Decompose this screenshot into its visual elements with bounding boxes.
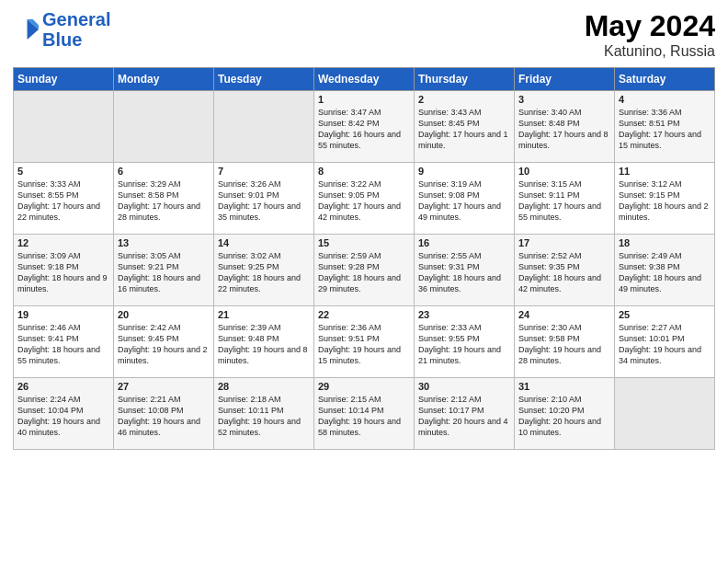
day-detail: Sunrise: 2:10 AMSunset: 10:20 PMDaylight… [518,394,610,439]
day-detail: Sunrise: 2:21 AMSunset: 10:08 PMDaylight… [118,394,210,439]
day-cell: 29Sunrise: 2:15 AMSunset: 10:14 PMDaylig… [314,378,415,450]
day-cell: 15Sunrise: 2:59 AMSunset: 9:28 PMDayligh… [314,235,415,306]
day-cell: 10Sunrise: 3:15 AMSunset: 9:11 PMDayligh… [515,163,615,235]
day-cell: 12Sunrise: 3:09 AMSunset: 9:18 PMDayligh… [14,235,114,306]
day-cell: 4Sunrise: 3:36 AMSunset: 8:51 PMDaylight… [615,91,715,163]
day-number: 16 [418,237,510,248]
day-cell: 3Sunrise: 3:40 AMSunset: 8:48 PMDaylight… [515,91,615,163]
day-number: 1 [318,94,410,105]
week-row-3: 12Sunrise: 3:09 AMSunset: 9:18 PMDayligh… [14,235,715,306]
col-tuesday: Tuesday [214,68,314,91]
day-detail: Sunrise: 2:27 AMSunset: 10:01 PMDaylight… [619,322,711,367]
day-cell: 7Sunrise: 3:26 AMSunset: 9:01 PMDaylight… [214,163,314,235]
day-detail: Sunrise: 3:26 AMSunset: 9:01 PMDaylight:… [218,178,310,224]
day-detail: Sunrise: 3:43 AMSunset: 8:45 PMDaylight:… [418,107,510,152]
day-number: 24 [518,309,610,320]
day-cell [114,91,214,163]
day-cell [615,378,715,450]
day-detail: Sunrise: 2:42 AMSunset: 9:45 PMDaylight:… [118,322,210,367]
day-detail: Sunrise: 2:18 AMSunset: 10:11 PMDaylight… [218,394,310,439]
day-detail: Sunrise: 2:36 AMSunset: 9:51 PMDaylight:… [318,322,410,367]
day-number: 27 [118,381,210,392]
day-detail: Sunrise: 2:46 AMSunset: 9:41 PMDaylight:… [17,322,109,367]
title-block: May 2024 Katunino, Russia [585,9,715,60]
col-monday: Monday [114,68,214,91]
day-detail: Sunrise: 3:19 AMSunset: 9:08 PMDaylight:… [418,178,510,224]
day-number: 3 [518,94,610,105]
week-row-2: 5Sunrise: 3:33 AMSunset: 8:55 PMDaylight… [14,163,715,235]
day-cell: 8Sunrise: 3:22 AMSunset: 9:05 PMDaylight… [314,163,415,235]
calendar-location: Katunino, Russia [585,43,715,60]
day-number: 19 [17,309,109,320]
day-number: 29 [318,381,410,392]
day-number: 21 [218,309,310,320]
day-cell [214,91,314,163]
calendar-body: 1Sunrise: 3:47 AMSunset: 8:42 PMDaylight… [14,91,715,450]
day-cell: 22Sunrise: 2:36 AMSunset: 9:51 PMDayligh… [314,306,415,378]
day-number: 7 [218,166,310,177]
day-number: 25 [619,309,711,320]
day-detail: Sunrise: 3:40 AMSunset: 8:48 PMDaylight:… [518,107,610,152]
day-number: 4 [619,94,711,105]
day-number: 18 [619,237,711,248]
day-number: 5 [17,166,109,177]
day-cell: 5Sunrise: 3:33 AMSunset: 8:55 PMDaylight… [14,163,114,235]
calendar-header: Sunday Monday Tuesday Wednesday Thursday… [14,68,715,91]
day-cell: 24Sunrise: 2:30 AMSunset: 9:58 PMDayligh… [515,306,615,378]
day-number: 11 [619,166,711,177]
calendar-title: May 2024 [585,9,715,43]
day-cell: 30Sunrise: 2:12 AMSunset: 10:17 PMDaylig… [415,378,515,450]
day-cell: 26Sunrise: 2:24 AMSunset: 10:04 PMDaylig… [14,378,114,450]
day-number: 22 [318,309,410,320]
day-cell: 28Sunrise: 2:18 AMSunset: 10:11 PMDaylig… [214,378,314,450]
day-detail: Sunrise: 3:47 AMSunset: 8:42 PMDaylight:… [318,107,410,152]
day-number: 2 [418,94,510,105]
day-cell: 27Sunrise: 2:21 AMSunset: 10:08 PMDaylig… [114,378,214,450]
day-number: 13 [118,237,210,248]
day-number: 9 [418,166,510,177]
day-number: 6 [118,166,210,177]
day-cell: 17Sunrise: 2:52 AMSunset: 9:35 PMDayligh… [515,235,615,306]
day-detail: Sunrise: 2:12 AMSunset: 10:17 PMDaylight… [418,394,510,439]
day-cell: 23Sunrise: 2:33 AMSunset: 9:55 PMDayligh… [415,306,515,378]
day-number: 30 [418,381,510,392]
day-number: 31 [518,381,610,392]
col-thursday: Thursday [415,68,515,91]
day-detail: Sunrise: 3:36 AMSunset: 8:51 PMDaylight:… [619,107,711,152]
calendar-table: Sunday Monday Tuesday Wednesday Thursday… [13,67,715,450]
day-cell: 14Sunrise: 3:02 AMSunset: 9:25 PMDayligh… [214,235,314,306]
day-number: 20 [118,309,210,320]
col-friday: Friday [515,68,615,91]
day-detail: Sunrise: 2:49 AMSunset: 9:38 PMDaylight:… [619,250,711,295]
page-header: General Blue May 2024 Katunino, Russia [13,9,715,60]
day-detail: Sunrise: 3:02 AMSunset: 9:25 PMDaylight:… [218,250,310,295]
day-cell: 1Sunrise: 3:47 AMSunset: 8:42 PMDaylight… [314,91,415,163]
day-detail: Sunrise: 2:59 AMSunset: 9:28 PMDaylight:… [318,250,410,295]
logo: General Blue [13,9,110,50]
day-cell: 21Sunrise: 2:39 AMSunset: 9:48 PMDayligh… [214,306,314,378]
day-detail: Sunrise: 2:55 AMSunset: 9:31 PMDaylight:… [418,250,510,295]
day-number: 14 [218,237,310,248]
day-detail: Sunrise: 2:15 AMSunset: 10:14 PMDaylight… [318,394,410,439]
col-sunday: Sunday [14,68,114,91]
day-number: 23 [418,309,510,320]
header-row: Sunday Monday Tuesday Wednesday Thursday… [14,68,715,91]
day-cell: 13Sunrise: 3:05 AMSunset: 9:21 PMDayligh… [114,235,214,306]
day-number: 17 [518,237,610,248]
day-number: 15 [318,237,410,248]
day-cell: 6Sunrise: 3:29 AMSunset: 8:58 PMDaylight… [114,163,214,235]
day-cell: 2Sunrise: 3:43 AMSunset: 8:45 PMDaylight… [415,91,515,163]
week-row-5: 26Sunrise: 2:24 AMSunset: 10:04 PMDaylig… [14,378,715,450]
logo-icon [13,17,39,42]
day-cell: 20Sunrise: 2:42 AMSunset: 9:45 PMDayligh… [114,306,214,378]
day-number: 10 [518,166,610,177]
day-cell: 25Sunrise: 2:27 AMSunset: 10:01 PMDaylig… [615,306,715,378]
day-detail: Sunrise: 2:24 AMSunset: 10:04 PMDaylight… [17,394,109,439]
day-cell: 9Sunrise: 3:19 AMSunset: 9:08 PMDaylight… [415,163,515,235]
day-cell [14,91,114,163]
day-detail: Sunrise: 2:52 AMSunset: 9:35 PMDaylight:… [518,250,610,295]
day-cell: 11Sunrise: 3:12 AMSunset: 9:15 PMDayligh… [615,163,715,235]
col-wednesday: Wednesday [314,68,415,91]
day-detail: Sunrise: 2:33 AMSunset: 9:55 PMDaylight:… [418,322,510,367]
calendar-page: General Blue May 2024 Katunino, Russia S… [0,0,728,563]
